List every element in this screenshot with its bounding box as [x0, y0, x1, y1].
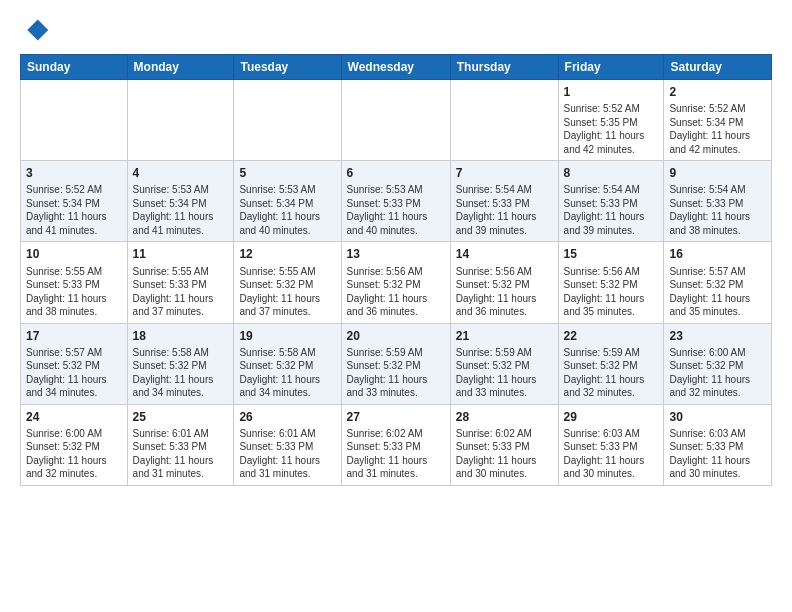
day-number: 20 [347, 328, 445, 344]
calendar-cell: 29Sunrise: 6:03 AM Sunset: 5:33 PM Dayli… [558, 404, 664, 485]
day-info: Sunrise: 5:52 AM Sunset: 5:35 PM Dayligh… [564, 102, 659, 156]
calendar-cell: 22Sunrise: 5:59 AM Sunset: 5:32 PM Dayli… [558, 323, 664, 404]
calendar-cell: 12Sunrise: 5:55 AM Sunset: 5:32 PM Dayli… [234, 242, 341, 323]
day-info: Sunrise: 5:54 AM Sunset: 5:33 PM Dayligh… [669, 183, 766, 237]
day-info: Sunrise: 5:56 AM Sunset: 5:32 PM Dayligh… [456, 265, 553, 319]
day-info: Sunrise: 5:53 AM Sunset: 5:33 PM Dayligh… [347, 183, 445, 237]
calendar-cell: 15Sunrise: 5:56 AM Sunset: 5:32 PM Dayli… [558, 242, 664, 323]
calendar-cell: 24Sunrise: 6:00 AM Sunset: 5:32 PM Dayli… [21, 404, 128, 485]
calendar-cell: 17Sunrise: 5:57 AM Sunset: 5:32 PM Dayli… [21, 323, 128, 404]
day-number: 11 [133, 246, 229, 262]
day-info: Sunrise: 5:53 AM Sunset: 5:34 PM Dayligh… [133, 183, 229, 237]
calendar-cell: 28Sunrise: 6:02 AM Sunset: 5:33 PM Dayli… [450, 404, 558, 485]
page: SundayMondayTuesdayWednesdayThursdayFrid… [0, 0, 792, 496]
calendar-cell: 20Sunrise: 5:59 AM Sunset: 5:32 PM Dayli… [341, 323, 450, 404]
day-number: 15 [564, 246, 659, 262]
calendar-cell: 18Sunrise: 5:58 AM Sunset: 5:32 PM Dayli… [127, 323, 234, 404]
day-info: Sunrise: 6:03 AM Sunset: 5:33 PM Dayligh… [564, 427, 659, 481]
day-info: Sunrise: 6:02 AM Sunset: 5:33 PM Dayligh… [347, 427, 445, 481]
day-number: 27 [347, 409, 445, 425]
day-number: 14 [456, 246, 553, 262]
day-number: 9 [669, 165, 766, 181]
day-number: 12 [239, 246, 335, 262]
day-number: 8 [564, 165, 659, 181]
day-info: Sunrise: 5:58 AM Sunset: 5:32 PM Dayligh… [239, 346, 335, 400]
calendar-cell: 1Sunrise: 5:52 AM Sunset: 5:35 PM Daylig… [558, 80, 664, 161]
calendar-cell: 27Sunrise: 6:02 AM Sunset: 5:33 PM Dayli… [341, 404, 450, 485]
day-number: 6 [347, 165, 445, 181]
day-number: 17 [26, 328, 122, 344]
day-number: 23 [669, 328, 766, 344]
calendar-cell: 10Sunrise: 5:55 AM Sunset: 5:33 PM Dayli… [21, 242, 128, 323]
calendar-header-monday: Monday [127, 55, 234, 80]
day-info: Sunrise: 5:52 AM Sunset: 5:34 PM Dayligh… [669, 102, 766, 156]
day-info: Sunrise: 5:57 AM Sunset: 5:32 PM Dayligh… [669, 265, 766, 319]
day-info: Sunrise: 5:56 AM Sunset: 5:32 PM Dayligh… [564, 265, 659, 319]
day-info: Sunrise: 5:59 AM Sunset: 5:32 PM Dayligh… [564, 346, 659, 400]
day-info: Sunrise: 5:52 AM Sunset: 5:34 PM Dayligh… [26, 183, 122, 237]
calendar-cell: 13Sunrise: 5:56 AM Sunset: 5:32 PM Dayli… [341, 242, 450, 323]
calendar-week-4: 17Sunrise: 5:57 AM Sunset: 5:32 PM Dayli… [21, 323, 772, 404]
calendar-cell: 25Sunrise: 6:01 AM Sunset: 5:33 PM Dayli… [127, 404, 234, 485]
calendar-header-tuesday: Tuesday [234, 55, 341, 80]
day-number: 4 [133, 165, 229, 181]
calendar-week-2: 3Sunrise: 5:52 AM Sunset: 5:34 PM Daylig… [21, 161, 772, 242]
calendar-cell: 9Sunrise: 5:54 AM Sunset: 5:33 PM Daylig… [664, 161, 772, 242]
calendar-cell [21, 80, 128, 161]
calendar-cell [127, 80, 234, 161]
day-number: 3 [26, 165, 122, 181]
day-number: 28 [456, 409, 553, 425]
logo-icon [22, 16, 50, 44]
day-info: Sunrise: 5:55 AM Sunset: 5:33 PM Dayligh… [26, 265, 122, 319]
calendar-header-wednesday: Wednesday [341, 55, 450, 80]
day-number: 19 [239, 328, 335, 344]
calendar-cell: 26Sunrise: 6:01 AM Sunset: 5:33 PM Dayli… [234, 404, 341, 485]
calendar-cell: 7Sunrise: 5:54 AM Sunset: 5:33 PM Daylig… [450, 161, 558, 242]
day-info: Sunrise: 5:55 AM Sunset: 5:33 PM Dayligh… [133, 265, 229, 319]
calendar-cell: 3Sunrise: 5:52 AM Sunset: 5:34 PM Daylig… [21, 161, 128, 242]
day-info: Sunrise: 5:54 AM Sunset: 5:33 PM Dayligh… [456, 183, 553, 237]
day-info: Sunrise: 5:54 AM Sunset: 5:33 PM Dayligh… [564, 183, 659, 237]
day-number: 26 [239, 409, 335, 425]
calendar-cell [341, 80, 450, 161]
day-number: 2 [669, 84, 766, 100]
calendar-week-5: 24Sunrise: 6:00 AM Sunset: 5:32 PM Dayli… [21, 404, 772, 485]
day-info: Sunrise: 6:00 AM Sunset: 5:32 PM Dayligh… [669, 346, 766, 400]
calendar-cell: 21Sunrise: 5:59 AM Sunset: 5:32 PM Dayli… [450, 323, 558, 404]
calendar-cell: 30Sunrise: 6:03 AM Sunset: 5:33 PM Dayli… [664, 404, 772, 485]
day-number: 25 [133, 409, 229, 425]
day-number: 7 [456, 165, 553, 181]
day-number: 16 [669, 246, 766, 262]
day-number: 30 [669, 409, 766, 425]
calendar-cell: 14Sunrise: 5:56 AM Sunset: 5:32 PM Dayli… [450, 242, 558, 323]
day-info: Sunrise: 5:53 AM Sunset: 5:34 PM Dayligh… [239, 183, 335, 237]
calendar-cell [450, 80, 558, 161]
day-info: Sunrise: 5:58 AM Sunset: 5:32 PM Dayligh… [133, 346, 229, 400]
day-number: 13 [347, 246, 445, 262]
calendar-cell: 16Sunrise: 5:57 AM Sunset: 5:32 PM Dayli… [664, 242, 772, 323]
day-number: 18 [133, 328, 229, 344]
calendar-cell: 2Sunrise: 5:52 AM Sunset: 5:34 PM Daylig… [664, 80, 772, 161]
calendar-table: SundayMondayTuesdayWednesdayThursdayFrid… [20, 54, 772, 486]
calendar-header-saturday: Saturday [664, 55, 772, 80]
calendar-header-thursday: Thursday [450, 55, 558, 80]
day-info: Sunrise: 6:03 AM Sunset: 5:33 PM Dayligh… [669, 427, 766, 481]
calendar-week-3: 10Sunrise: 5:55 AM Sunset: 5:33 PM Dayli… [21, 242, 772, 323]
calendar-cell: 23Sunrise: 6:00 AM Sunset: 5:32 PM Dayli… [664, 323, 772, 404]
calendar-header-friday: Friday [558, 55, 664, 80]
calendar-cell: 19Sunrise: 5:58 AM Sunset: 5:32 PM Dayli… [234, 323, 341, 404]
day-info: Sunrise: 6:02 AM Sunset: 5:33 PM Dayligh… [456, 427, 553, 481]
day-info: Sunrise: 6:01 AM Sunset: 5:33 PM Dayligh… [133, 427, 229, 481]
day-info: Sunrise: 5:56 AM Sunset: 5:32 PM Dayligh… [347, 265, 445, 319]
logo [20, 16, 50, 48]
calendar-cell: 8Sunrise: 5:54 AM Sunset: 5:33 PM Daylig… [558, 161, 664, 242]
day-info: Sunrise: 6:00 AM Sunset: 5:32 PM Dayligh… [26, 427, 122, 481]
calendar-cell: 6Sunrise: 5:53 AM Sunset: 5:33 PM Daylig… [341, 161, 450, 242]
calendar-cell: 11Sunrise: 5:55 AM Sunset: 5:33 PM Dayli… [127, 242, 234, 323]
day-info: Sunrise: 5:55 AM Sunset: 5:32 PM Dayligh… [239, 265, 335, 319]
calendar-cell: 4Sunrise: 5:53 AM Sunset: 5:34 PM Daylig… [127, 161, 234, 242]
calendar-header-row: SundayMondayTuesdayWednesdayThursdayFrid… [21, 55, 772, 80]
day-number: 22 [564, 328, 659, 344]
calendar-cell [234, 80, 341, 161]
day-number: 10 [26, 246, 122, 262]
